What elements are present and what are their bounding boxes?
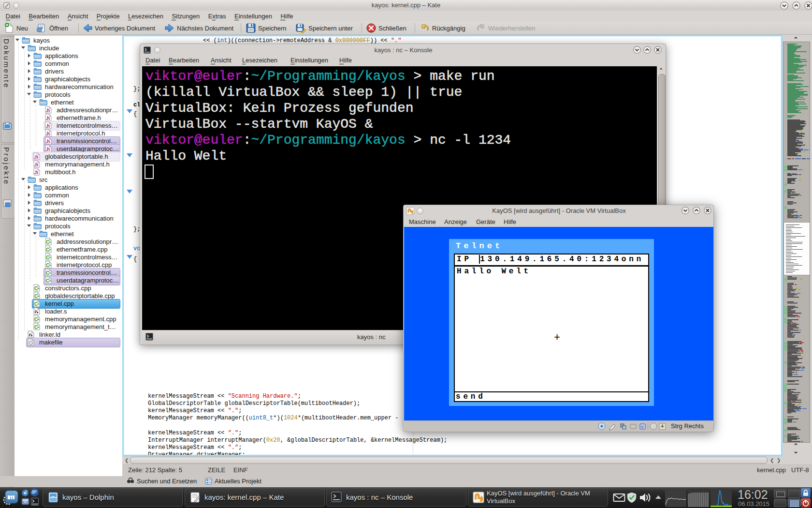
svg-text:h: h [47,116,50,121]
svg-text:V: V [641,425,644,429]
svg-text:+: + [37,325,40,329]
svg-text:+: + [49,240,51,244]
svg-text:h: h [47,123,50,129]
svg-text:+: + [49,263,51,268]
svg-text:h: h [35,154,38,160]
svg-text:h: h [35,162,38,167]
svg-text:+: + [49,248,51,252]
svg-text:h: h [47,147,50,152]
svg-text:h: h [47,108,50,113]
svg-text:+: + [49,271,51,275]
svg-text:+: + [37,294,40,299]
svg-text:+: + [37,317,40,322]
svg-text:h: h [35,170,38,175]
svg-text:h: h [47,139,50,144]
svg-text:+: + [49,279,51,283]
svg-text:+: + [37,302,40,306]
svg-text:+: + [49,255,51,260]
svg-text:h: h [47,131,50,136]
svg-text:+: + [37,286,40,291]
